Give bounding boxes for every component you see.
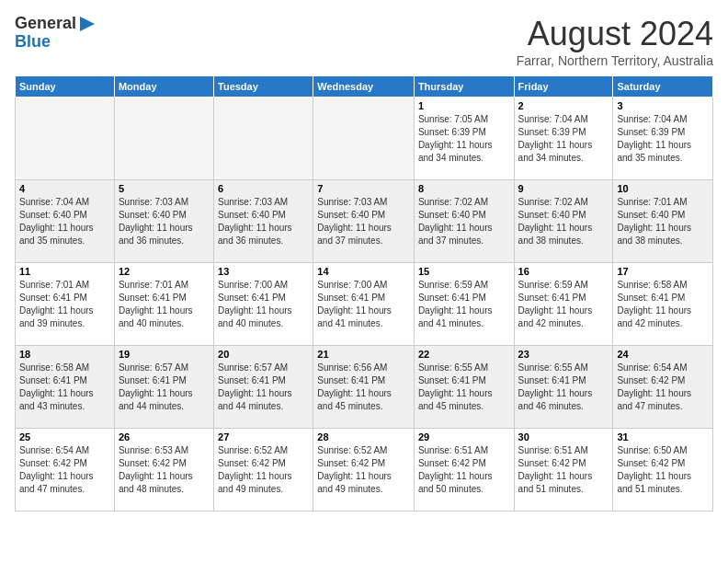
calendar-day-cell: 17Sunrise: 6:58 AMSunset: 6:41 PMDayligh… xyxy=(613,263,713,346)
day-number: 17 xyxy=(617,266,709,277)
day-info: Sunrise: 7:03 AMSunset: 6:40 PMDaylight:… xyxy=(218,196,309,247)
calendar-day-cell: 4Sunrise: 7:04 AMSunset: 6:40 PMDaylight… xyxy=(16,180,115,263)
day-number: 22 xyxy=(418,349,510,360)
day-info: Sunrise: 6:50 AMSunset: 6:42 PMDaylight:… xyxy=(617,444,709,496)
day-number: 30 xyxy=(518,431,609,442)
day-info: Sunrise: 6:51 AMSunset: 6:42 PMDaylight:… xyxy=(418,444,510,496)
day-number: 11 xyxy=(19,266,110,277)
day-number: 14 xyxy=(317,266,410,277)
calendar-day-cell: 2Sunrise: 7:04 AMSunset: 6:39 PMDaylight… xyxy=(514,98,613,180)
calendar-week-row: 1Sunrise: 7:05 AMSunset: 6:39 PMDaylight… xyxy=(16,98,713,180)
day-info: Sunrise: 6:58 AMSunset: 6:41 PMDaylight:… xyxy=(617,279,709,330)
calendar-week-row: 11Sunrise: 7:01 AMSunset: 6:41 PMDayligh… xyxy=(16,263,713,346)
calendar-day-cell: 13Sunrise: 7:00 AMSunset: 6:41 PMDayligh… xyxy=(214,263,313,346)
day-number: 27 xyxy=(218,431,309,442)
day-number: 20 xyxy=(218,349,309,360)
logo-text-blue: Blue xyxy=(15,33,51,52)
calendar-day-cell: 9Sunrise: 7:02 AMSunset: 6:40 PMDaylight… xyxy=(514,180,613,263)
day-number: 18 xyxy=(19,349,110,360)
weekday-header-saturday: Saturday xyxy=(613,76,713,98)
day-number: 2 xyxy=(518,100,609,111)
day-number: 28 xyxy=(317,431,410,442)
day-number: 1 xyxy=(418,100,510,111)
calendar-day-cell: 16Sunrise: 6:59 AMSunset: 6:41 PMDayligh… xyxy=(514,263,613,346)
day-number: 3 xyxy=(617,100,709,111)
day-info: Sunrise: 6:52 AMSunset: 6:42 PMDaylight:… xyxy=(218,444,309,496)
day-number: 5 xyxy=(119,183,210,194)
calendar-day-cell: 22Sunrise: 6:55 AMSunset: 6:41 PMDayligh… xyxy=(414,346,514,429)
calendar-day-cell: 23Sunrise: 6:55 AMSunset: 6:41 PMDayligh… xyxy=(514,346,613,429)
calendar-day-cell: 26Sunrise: 6:53 AMSunset: 6:42 PMDayligh… xyxy=(114,429,213,511)
day-number: 26 xyxy=(119,431,210,442)
day-info: Sunrise: 7:04 AMSunset: 6:40 PMDaylight:… xyxy=(19,196,110,247)
day-info: Sunrise: 6:55 AMSunset: 6:41 PMDaylight:… xyxy=(418,362,510,413)
day-info: Sunrise: 6:53 AMSunset: 6:42 PMDaylight:… xyxy=(119,444,210,496)
day-info: Sunrise: 6:58 AMSunset: 6:41 PMDaylight:… xyxy=(19,362,110,413)
day-number: 6 xyxy=(218,183,309,194)
day-number: 10 xyxy=(617,183,709,194)
calendar-day-cell: 20Sunrise: 6:57 AMSunset: 6:41 PMDayligh… xyxy=(214,346,313,429)
weekday-header-sunday: Sunday xyxy=(16,76,115,98)
logo-text-general: General xyxy=(15,15,76,33)
calendar-week-row: 4Sunrise: 7:04 AMSunset: 6:40 PMDaylight… xyxy=(16,180,713,263)
calendar-day-cell: 27Sunrise: 6:52 AMSunset: 6:42 PMDayligh… xyxy=(214,429,313,511)
day-info: Sunrise: 7:01 AMSunset: 6:41 PMDaylight:… xyxy=(19,279,110,330)
calendar-day-cell: 21Sunrise: 6:56 AMSunset: 6:41 PMDayligh… xyxy=(313,346,415,429)
weekday-header-thursday: Thursday xyxy=(414,76,514,98)
calendar-week-row: 18Sunrise: 6:58 AMSunset: 6:41 PMDayligh… xyxy=(16,346,713,429)
calendar-day-cell xyxy=(313,98,415,180)
weekday-header-monday: Monday xyxy=(114,76,213,98)
day-number: 7 xyxy=(317,183,410,194)
day-number: 31 xyxy=(617,431,709,442)
day-number: 21 xyxy=(317,349,410,360)
day-number: 9 xyxy=(518,183,609,194)
day-info: Sunrise: 6:56 AMSunset: 6:41 PMDaylight:… xyxy=(317,362,410,413)
day-number: 19 xyxy=(119,349,210,360)
day-info: Sunrise: 7:03 AMSunset: 6:40 PMDaylight:… xyxy=(119,196,210,247)
day-number: 29 xyxy=(418,431,510,442)
day-info: Sunrise: 7:05 AMSunset: 6:39 PMDaylight:… xyxy=(418,113,510,165)
day-info: Sunrise: 6:59 AMSunset: 6:41 PMDaylight:… xyxy=(518,279,609,330)
calendar-day-cell: 18Sunrise: 6:58 AMSunset: 6:41 PMDayligh… xyxy=(16,346,115,429)
calendar-day-cell: 19Sunrise: 6:57 AMSunset: 6:41 PMDayligh… xyxy=(114,346,213,429)
day-number: 4 xyxy=(19,183,110,194)
calendar-day-cell: 25Sunrise: 6:54 AMSunset: 6:42 PMDayligh… xyxy=(16,429,115,511)
day-number: 16 xyxy=(518,266,609,277)
calendar-day-cell: 12Sunrise: 7:01 AMSunset: 6:41 PMDayligh… xyxy=(114,263,213,346)
day-info: Sunrise: 7:02 AMSunset: 6:40 PMDaylight:… xyxy=(518,196,609,247)
logo-icon xyxy=(78,15,97,33)
calendar-day-cell: 7Sunrise: 7:03 AMSunset: 6:40 PMDaylight… xyxy=(313,180,415,263)
calendar-day-cell: 5Sunrise: 7:03 AMSunset: 6:40 PMDaylight… xyxy=(114,180,213,263)
calendar-week-row: 25Sunrise: 6:54 AMSunset: 6:42 PMDayligh… xyxy=(16,429,713,511)
calendar-day-cell xyxy=(114,98,213,180)
calendar-day-cell: 8Sunrise: 7:02 AMSunset: 6:40 PMDaylight… xyxy=(414,180,514,263)
calendar-day-cell: 24Sunrise: 6:54 AMSunset: 6:42 PMDayligh… xyxy=(613,346,713,429)
calendar-day-cell: 10Sunrise: 7:01 AMSunset: 6:40 PMDayligh… xyxy=(613,180,713,263)
calendar-day-cell: 14Sunrise: 7:00 AMSunset: 6:41 PMDayligh… xyxy=(313,263,415,346)
calendar-day-cell: 3Sunrise: 7:04 AMSunset: 6:39 PMDaylight… xyxy=(613,98,713,180)
day-info: Sunrise: 7:03 AMSunset: 6:40 PMDaylight:… xyxy=(317,196,410,247)
day-info: Sunrise: 6:59 AMSunset: 6:41 PMDaylight:… xyxy=(418,279,510,330)
logo: General Blue xyxy=(15,15,97,52)
calendar-day-cell: 6Sunrise: 7:03 AMSunset: 6:40 PMDaylight… xyxy=(214,180,313,263)
day-info: Sunrise: 7:01 AMSunset: 6:41 PMDaylight:… xyxy=(119,279,210,330)
day-info: Sunrise: 7:00 AMSunset: 6:41 PMDaylight:… xyxy=(317,279,410,330)
location-subtitle: Farrar, Northern Territory, Australia xyxy=(517,53,713,68)
title-section: August 2024 Farrar, Northern Territory, … xyxy=(517,15,713,68)
day-number: 8 xyxy=(418,183,510,194)
calendar-day-cell: 31Sunrise: 6:50 AMSunset: 6:42 PMDayligh… xyxy=(613,429,713,511)
svg-marker-0 xyxy=(80,17,95,31)
weekday-header-wednesday: Wednesday xyxy=(313,76,415,98)
day-info: Sunrise: 7:00 AMSunset: 6:41 PMDaylight:… xyxy=(218,279,309,330)
calendar-day-cell: 30Sunrise: 6:51 AMSunset: 6:42 PMDayligh… xyxy=(514,429,613,511)
calendar-day-cell xyxy=(16,98,115,180)
day-info: Sunrise: 7:04 AMSunset: 6:39 PMDaylight:… xyxy=(617,113,709,165)
day-info: Sunrise: 6:54 AMSunset: 6:42 PMDaylight:… xyxy=(617,362,709,413)
calendar-day-cell: 28Sunrise: 6:52 AMSunset: 6:42 PMDayligh… xyxy=(313,429,415,511)
day-info: Sunrise: 7:04 AMSunset: 6:39 PMDaylight:… xyxy=(518,113,609,165)
calendar-day-cell: 15Sunrise: 6:59 AMSunset: 6:41 PMDayligh… xyxy=(414,263,514,346)
calendar-day-cell xyxy=(214,98,313,180)
month-year-title: August 2024 xyxy=(517,15,713,53)
calendar-day-cell: 1Sunrise: 7:05 AMSunset: 6:39 PMDaylight… xyxy=(414,98,514,180)
calendar-table: SundayMondayTuesdayWednesdayThursdayFrid… xyxy=(15,75,713,511)
